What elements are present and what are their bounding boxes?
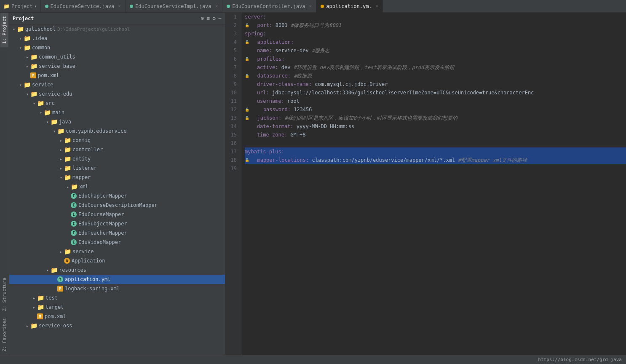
tree-item-EduCourseDescriptionMapper[interactable]: IEduCourseDescriptionMapper bbox=[9, 201, 225, 210]
code-line-8[interactable]: 🔒 datasource: #数据源 bbox=[245, 72, 626, 80]
tree-item-controller[interactable]: ▸📁controller bbox=[9, 145, 225, 154]
code-line-5[interactable]: name: service-dev #服务名 bbox=[245, 46, 626, 55]
tree-item-target[interactable]: ▸📁target bbox=[9, 302, 225, 312]
sidebar-favorites-label[interactable]: Z: Favorites bbox=[0, 315, 8, 355]
icon-service-pkg: 📁 bbox=[64, 248, 71, 255]
arrow-main: ▾ bbox=[38, 110, 44, 115]
tab-label-edu-controller: EduCourseController.java bbox=[232, 3, 305, 9]
tree-item-gulischool[interactable]: ▾📁gulischoolD:\IdeaProjects\gulischool bbox=[9, 24, 225, 34]
icon-common: 📁 bbox=[24, 44, 30, 51]
tree-item-EduVideoMapper[interactable]: IEduVideoMapper bbox=[9, 238, 225, 247]
tree-item-java[interactable]: ▾📁java bbox=[9, 117, 225, 126]
tree-item-common-utils[interactable]: ▸📁common_utils bbox=[9, 52, 225, 62]
code-editor[interactable]: 12345678910111213141516171819 server:🔒 p… bbox=[225, 13, 626, 355]
code-text-7: active: dev #环境设置 dev表示构建阶段，test表示测试阶段，p… bbox=[245, 63, 455, 72]
arrow-xml: ▸ bbox=[65, 185, 71, 189]
line-num-7: 7 bbox=[225, 63, 239, 72]
tree-item-service-base[interactable]: ▸📁service_base bbox=[9, 62, 225, 71]
code-line-4[interactable]: 🔒 application: bbox=[245, 38, 626, 46]
code-line-1[interactable]: server: bbox=[245, 13, 626, 21]
tree-item-EduSubjectMapper[interactable]: IEduSubjectMapper bbox=[9, 219, 225, 228]
tree-item-EduCourseMapper[interactable]: IEduCourseMapper bbox=[9, 210, 225, 219]
tab-edu-service-impl[interactable]: EduCourseServiceImpl.java× bbox=[126, 0, 222, 13]
code-line-18[interactable]: 🔒 mapper-locations: classpath:com/yzpnb/… bbox=[245, 156, 626, 164]
label-main: main bbox=[52, 110, 64, 115]
icon-idea: 📁 bbox=[24, 35, 30, 42]
main-layout: 1: Project Z: Structure Z: Favorites Pro… bbox=[0, 13, 626, 355]
tab-close-edu-controller[interactable]: × bbox=[309, 3, 312, 9]
code-line-6[interactable]: 🔒 profiles: bbox=[245, 55, 626, 63]
line-num-16: 16 bbox=[225, 139, 239, 147]
label-EduSubjectMapper: EduSubjectMapper bbox=[78, 221, 127, 227]
tree-close-icon[interactable]: − bbox=[218, 15, 222, 21]
tree-item-mapper[interactable]: ▾📁mapper bbox=[9, 173, 225, 182]
tree-collapse-icon[interactable]: ≡ bbox=[207, 15, 210, 21]
label-EduTeacherMapper: EduTeacherMapper bbox=[78, 230, 127, 236]
line-num-17: 17 bbox=[225, 147, 239, 156]
tree-item-service-edu[interactable]: ▾📁service-edu bbox=[9, 89, 225, 99]
tree-item-main[interactable]: ▾📁main bbox=[9, 108, 225, 117]
icon-listener: 📁 bbox=[64, 165, 71, 171]
tree-item-idea[interactable]: ▸📁.idea bbox=[9, 34, 225, 43]
tree-item-service-oss[interactable]: ▸📁service-oss bbox=[9, 321, 225, 330]
code-line-2[interactable]: 🔒 port: 8001 #微服务端口号为8001 bbox=[245, 21, 626, 29]
code-line-15[interactable]: time-zone: GMT+8 bbox=[245, 131, 626, 139]
tab-label-application-yaml: application.yml bbox=[326, 3, 372, 9]
code-line-11[interactable]: username: root bbox=[245, 97, 626, 105]
tree-item-config[interactable]: ▸📁config bbox=[9, 136, 225, 145]
tree-item-service-pkg[interactable]: ▸📁service bbox=[9, 247, 225, 256]
tree-item-service[interactable]: ▾📁service bbox=[9, 80, 225, 89]
arrow-mapper: ▾ bbox=[58, 175, 64, 180]
code-line-16[interactable] bbox=[245, 139, 626, 147]
tree-item-EduTeacherMapper[interactable]: IEduTeacherMapper bbox=[9, 228, 225, 238]
tree-locate-icon[interactable]: ⊕ bbox=[201, 15, 204, 21]
code-line-19[interactable] bbox=[245, 164, 626, 173]
tree-item-entity[interactable]: ▸📁entity bbox=[9, 154, 225, 163]
tree-settings-icon[interactable]: ⚙ bbox=[212, 15, 216, 21]
icon-service: 📁 bbox=[24, 81, 30, 88]
label-EduCourseMapper: EduCourseMapper bbox=[78, 211, 124, 217]
icon-Application: A bbox=[64, 258, 70, 264]
tree-item-xml[interactable]: ▸📁xml bbox=[9, 182, 225, 191]
project-dropdown-icon[interactable]: ▾ bbox=[35, 4, 37, 8]
tree-item-pom-common[interactable]: Mpom.xml bbox=[9, 71, 225, 80]
tree-item-test[interactable]: ▸📁test bbox=[9, 293, 225, 302]
tree-item-common[interactable]: ▾📁common bbox=[9, 43, 225, 52]
tree-item-EduChapterMapper[interactable]: IEduChapterMapper bbox=[9, 191, 225, 201]
tree-container: ▾📁gulischoolD:\IdeaProjects\gulischool▸📁… bbox=[9, 24, 225, 330]
code-line-7[interactable]: active: dev #环境设置 dev表示构建阶段，test表示测试阶段，p… bbox=[245, 63, 626, 72]
tree-item-application-yml[interactable]: Yapplication.yml bbox=[9, 275, 225, 284]
code-line-9[interactable]: driver-class-name: com.mysql.cj.jdbc.Dri… bbox=[245, 80, 626, 88]
tree-item-logback-xml[interactable]: Mlogback-spring.xml bbox=[9, 284, 225, 293]
tree-item-pom-edu[interactable]: Mpom.xml bbox=[9, 312, 225, 321]
icon-EduVideoMapper: I bbox=[71, 239, 77, 245]
code-line-14[interactable]: date-format: yyyy-MM-DD HH:mm:ss bbox=[245, 122, 626, 131]
tree-item-resources[interactable]: ▾📁resources bbox=[9, 265, 225, 275]
arrow-entity: ▸ bbox=[58, 157, 64, 161]
tab-close-edu-service-impl[interactable]: × bbox=[215, 3, 218, 9]
tree-item-Application[interactable]: AApplication bbox=[9, 256, 225, 265]
code-line-12[interactable]: 🔒 password: 123456 bbox=[245, 105, 626, 114]
label-pom-edu: pom.xml bbox=[45, 313, 66, 319]
tab-close-application-yaml[interactable]: × bbox=[376, 3, 379, 9]
tree-item-listener[interactable]: ▸📁listener bbox=[9, 163, 225, 173]
lock-icon-4: 🔒 bbox=[245, 38, 249, 46]
sidebar-structure-label[interactable]: Z: Structure bbox=[0, 274, 8, 314]
tab-close-edu-service[interactable]: × bbox=[118, 3, 121, 9]
code-line-13[interactable]: 🔒 jackson: #我们的时区是东八区，应该加8个小时，时区显示格式也需要改… bbox=[245, 114, 626, 122]
tree-item-src[interactable]: ▾📁src bbox=[9, 99, 225, 108]
arrow-listener: ▸ bbox=[58, 166, 64, 171]
arrow-common: ▾ bbox=[18, 46, 24, 50]
icon-EduCourseMapper: I bbox=[71, 211, 77, 217]
tab-edu-controller[interactable]: EduCourseController.java× bbox=[222, 0, 316, 13]
label-service: service bbox=[32, 82, 54, 88]
code-line-10[interactable]: url: jdbc:mysql://localhost:3306/gulisch… bbox=[245, 88, 626, 97]
tab-application-yaml[interactable]: application.yml× bbox=[316, 0, 383, 13]
tree-item-com-yzpnb[interactable]: ▾📁com.yzpnb.eduservice bbox=[9, 126, 225, 136]
tab-edu-service[interactable]: EduCourseService.java× bbox=[41, 0, 126, 13]
tab-dot-edu-controller bbox=[227, 5, 230, 8]
sidebar-project-label[interactable]: 1: Project bbox=[0, 13, 8, 47]
code-line-3[interactable]: spring: bbox=[245, 29, 626, 38]
icon-service-oss: 📁 bbox=[30, 322, 37, 329]
code-line-17[interactable]: mybatis-plus: bbox=[245, 147, 626, 156]
